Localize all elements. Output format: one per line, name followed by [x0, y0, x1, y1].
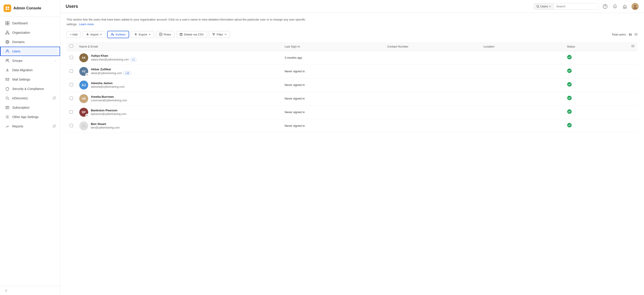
page-description: This section lists the users that have b… — [66, 17, 312, 27]
row-checkbox[interactable] — [70, 69, 73, 73]
table-row: AK Aaliya Khan aaliya.khan@zylkertrainin… — [66, 51, 638, 64]
user-name: Bankston Pearson — [91, 109, 126, 112]
user-name: Aaliya Khan — [91, 54, 136, 57]
svg-rect-8 — [7, 31, 8, 32]
user-info[interactable]: Ben Stuart ben@zylkertraining.com — [79, 121, 278, 130]
table-body: AK Aaliya Khan aaliya.khan@zylkertrainin… — [66, 51, 638, 133]
svg-point-23 — [6, 97, 8, 99]
row-checkbox[interactable] — [70, 56, 73, 59]
import-button[interactable]: Import — [82, 31, 106, 38]
users-table: Name & Email Last Sign In Contact Number… — [66, 42, 638, 133]
user-info[interactable]: AB Amelia Burrows a.burrows@zylkertraini… — [79, 94, 278, 103]
search-bar: Users — [534, 3, 598, 9]
sidebar-header: Admin Console — [0, 0, 60, 17]
user-email: aaliya.khan@zylkertraining.com+1 — [91, 58, 136, 61]
user-details: Aleesha James aleesha@zylkertraining.com — [91, 81, 124, 88]
svg-point-51 — [567, 82, 572, 87]
svg-rect-9 — [6, 33, 7, 34]
table-row: AJ Aleesha James aleesha@zylkertraining.… — [66, 78, 638, 92]
sidebar-item-organization[interactable]: Organization — [0, 28, 60, 37]
svg-rect-1 — [8, 6, 9, 8]
column-settings-icon[interactable] — [634, 32, 638, 36]
user-avatar-topbar[interactable] — [632, 3, 639, 10]
mail-icon — [5, 77, 10, 82]
svg-point-29 — [605, 7, 605, 8]
search-input[interactable] — [554, 3, 598, 9]
sidebar-nav: Dashboard Organization Domains Users Gro — [0, 17, 60, 286]
sidebar-item-data-migration[interactable]: Data Migration — [0, 65, 60, 75]
sidebar-item-users[interactable]: Users — [0, 47, 60, 56]
export-button[interactable]: Export — [131, 31, 154, 38]
select-all-checkbox[interactable] — [70, 44, 73, 48]
active-status-icon — [567, 83, 572, 88]
sidebar-item-domains[interactable]: Domains — [0, 37, 60, 47]
user-info[interactable]: AJ Aleesha James aleesha@zylkertraining.… — [79, 80, 278, 89]
svg-rect-21 — [6, 71, 9, 71]
home-icon[interactable] — [622, 3, 628, 9]
svg-point-52 — [567, 96, 572, 100]
sidebar-item-mail-settings[interactable]: Mail Settings — [0, 75, 60, 84]
sidebar-item-subscription[interactable]: Subscription — [0, 103, 60, 112]
shield-icon — [5, 87, 10, 91]
user-email: bpearson@zylkertraining.com — [91, 112, 126, 116]
user-info[interactable]: AZ Akbar Zulfikar akbar@zylkertraining.c… — [79, 67, 278, 76]
contact-number — [384, 51, 480, 64]
row-checkbox[interactable] — [70, 97, 73, 100]
sidebar-item-ediscovery[interactable]: eDiscovery — [0, 93, 60, 103]
col-header-contact: Contact Number — [384, 42, 480, 51]
delete-csv-button[interactable]: Delete via CSV — [176, 31, 207, 38]
learn-more-link[interactable]: Learn more — [79, 22, 94, 26]
contact-number — [384, 119, 480, 133]
help-icon[interactable] — [602, 3, 608, 9]
location — [480, 51, 564, 64]
sidebar-item-label-reports: Reports — [12, 124, 23, 128]
avatar: AJ — [79, 80, 88, 89]
user-name: Akbar Zulfikar — [91, 68, 131, 71]
invitees-button[interactable]: Invitees — [107, 31, 129, 38]
sidebar-item-other-app-settings[interactable]: Other App Settings — [0, 112, 60, 122]
sidebar-item-label-dashboard: Dashboard — [12, 21, 28, 25]
user-info[interactable]: BP Bankston Pearson bpearson@zylkertrain… — [79, 108, 278, 117]
sidebar-title: Admin Console — [14, 6, 41, 10]
sidebar-item-label-subscription: Subscription — [12, 106, 30, 109]
sidebar-item-groups[interactable]: Groups › — [0, 56, 60, 65]
sidebar-item-label-migration: Data Migration — [12, 68, 32, 72]
grid-icon — [5, 21, 10, 25]
user-details: Akbar Zulfikar akbar@zylkertraining.com+… — [91, 68, 131, 75]
last-sign-in: Never signed in — [281, 64, 384, 78]
svg-rect-22 — [6, 78, 9, 80]
user-details: Bankston Pearson bpearson@zylkertraining… — [91, 109, 126, 116]
sidebar-item-dashboard[interactable]: Dashboard — [0, 18, 60, 28]
subscription-icon — [5, 105, 10, 110]
svg-point-20 — [8, 59, 9, 60]
svg-point-25 — [7, 116, 8, 118]
sidebar-collapse[interactable] — [0, 286, 60, 295]
search-scope-selector[interactable]: Users — [534, 3, 554, 9]
avatar — [79, 121, 88, 130]
user-info[interactable]: AK Aaliya Khan aaliya.khan@zylkertrainin… — [79, 53, 278, 62]
sidebar-item-security[interactable]: Security & Compliance — [0, 84, 60, 93]
svg-point-56 — [567, 123, 572, 127]
svg-rect-44 — [634, 35, 638, 35]
user-icon — [5, 49, 10, 53]
add-button[interactable]: + Add — [66, 31, 81, 38]
search-scope-label: Users — [540, 5, 548, 8]
row-checkbox[interactable] — [70, 124, 73, 127]
svg-rect-24 — [6, 106, 9, 109]
active-status-icon — [567, 124, 572, 129]
table-row: AZ Akbar Zulfikar akbar@zylkertraining.c… — [66, 64, 638, 78]
page-title: Users — [66, 4, 78, 9]
sidebar-item-label-other-settings: Other App Settings — [12, 115, 39, 119]
svg-rect-7 — [8, 23, 9, 25]
filter-button[interactable]: Filter — [209, 31, 230, 38]
svg-rect-30 — [624, 7, 626, 8]
row-checkbox[interactable] — [70, 110, 73, 114]
sidebar-item-reports[interactable]: Reports — [0, 122, 60, 131]
role-badge: +29 — [123, 71, 131, 75]
row-checkbox[interactable] — [70, 83, 73, 86]
notification-icon[interactable] — [612, 3, 618, 9]
external-link-icon — [53, 97, 56, 100]
total-users: Total users: 31 — [612, 32, 638, 36]
status — [564, 64, 628, 78]
roles-button[interactable]: Roles — [156, 31, 174, 38]
